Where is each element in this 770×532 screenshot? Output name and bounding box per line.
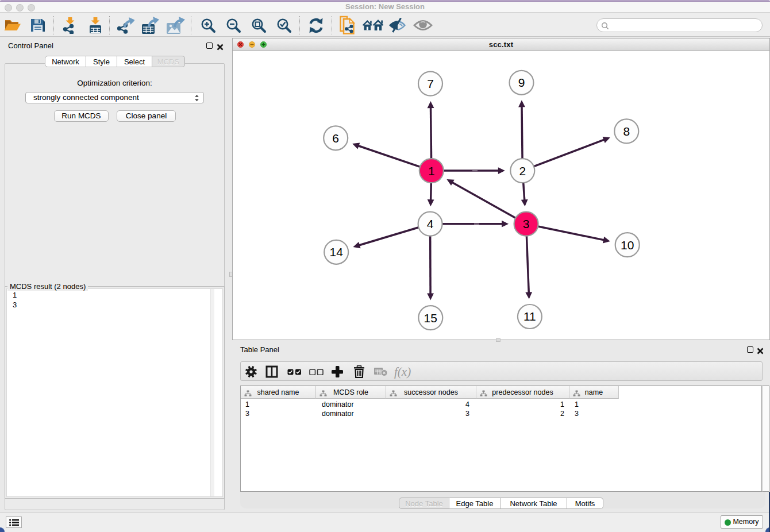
- svg-text:2: 2: [519, 164, 526, 178]
- svg-text:14: 14: [330, 245, 344, 259]
- svg-text:11: 11: [523, 310, 536, 323]
- svg-text:10: 10: [621, 238, 634, 252]
- svg-text:1: 1: [428, 164, 435, 178]
- svg-text:9: 9: [518, 76, 525, 89]
- svg-text:15: 15: [424, 311, 437, 325]
- svg-text:6: 6: [332, 132, 339, 145]
- svg-text:4: 4: [427, 217, 434, 230]
- svg-text:3: 3: [523, 217, 530, 230]
- svg-text:8: 8: [623, 125, 630, 138]
- svg-text:7: 7: [427, 77, 434, 90]
